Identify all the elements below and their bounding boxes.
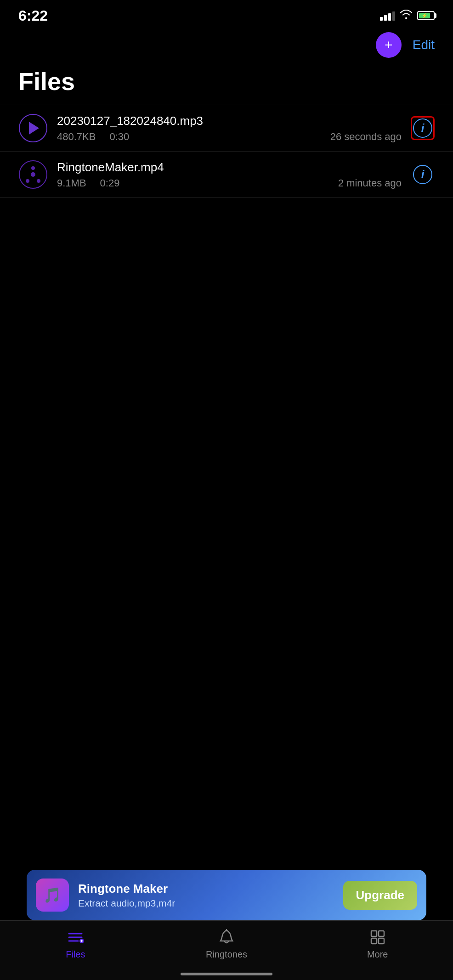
info-icon: i [413, 118, 432, 138]
battery-icon: ⚡ [417, 11, 435, 20]
tab-more[interactable]: More [302, 928, 453, 960]
svg-rect-8 [379, 931, 384, 936]
files-tab-icon [67, 928, 84, 946]
edit-button[interactable]: Edit [413, 38, 435, 52]
add-button[interactable]: + [376, 32, 402, 58]
file-name: RingtoneMaker.mp4 [57, 160, 402, 175]
files-tab-label: Files [66, 949, 85, 960]
info-button[interactable]: i [411, 116, 435, 140]
svg-rect-7 [371, 931, 377, 936]
banner-subtitle: Extract audio,mp3,m4r [78, 898, 334, 909]
home-indicator [181, 973, 272, 975]
page-title: Files [0, 62, 453, 105]
header: + Edit [0, 28, 453, 62]
file-info: 20230127_182024840.mp3 480.7KB 0:30 26 s… [57, 114, 402, 143]
tab-bar: Files Ringtones More [0, 920, 453, 980]
file-duration: 0:30 [109, 131, 129, 143]
status-time: 6:22 [18, 7, 48, 24]
wifi-icon [400, 9, 413, 22]
file-time-ago: 2 minutes ago [338, 177, 402, 189]
file-meta: 480.7KB 0:30 26 seconds ago [57, 131, 402, 143]
reel-icon [18, 160, 48, 189]
info-button[interactable]: i [411, 163, 435, 186]
banner-app-icon: 🎵 [36, 879, 69, 912]
ringtones-tab-label: Ringtones [206, 949, 247, 960]
table-row[interactable]: 20230127_182024840.mp3 480.7KB 0:30 26 s… [0, 105, 453, 152]
file-size: 9.1MB [57, 177, 86, 189]
table-row[interactable]: RingtoneMaker.mp4 9.1MB 0:29 2 minutes a… [0, 152, 453, 198]
file-time-ago: 26 seconds ago [330, 131, 402, 143]
file-size: 480.7KB [57, 131, 96, 143]
file-name: 20230127_182024840.mp3 [57, 114, 402, 128]
file-meta: 9.1MB 0:29 2 minutes ago [57, 177, 402, 189]
info-icon: i [413, 165, 432, 184]
status-bar: 6:22 ⚡ [0, 0, 453, 28]
banner-text: Ringtone Maker Extract audio,mp3,m4r [78, 882, 334, 909]
file-duration: 0:29 [100, 177, 120, 189]
tab-ringtones[interactable]: Ringtones [151, 928, 302, 960]
tab-files[interactable]: Files [0, 928, 151, 960]
banner-ad: 🎵 Ringtone Maker Extract audio,mp3,m4r U… [27, 870, 426, 920]
bell-icon [219, 928, 234, 946]
signal-icon [380, 11, 395, 21]
svg-rect-10 [379, 938, 384, 944]
more-tab-label: More [367, 949, 388, 960]
banner-title: Ringtone Maker [78, 882, 334, 896]
svg-rect-9 [371, 938, 377, 944]
play-icon [18, 113, 48, 143]
upgrade-button[interactable]: Upgrade [343, 881, 417, 910]
file-info: RingtoneMaker.mp4 9.1MB 0:29 2 minutes a… [57, 160, 402, 189]
file-list: 20230127_182024840.mp3 480.7KB 0:30 26 s… [0, 105, 453, 198]
grid-icon [369, 928, 386, 946]
status-icons: ⚡ [380, 9, 435, 22]
